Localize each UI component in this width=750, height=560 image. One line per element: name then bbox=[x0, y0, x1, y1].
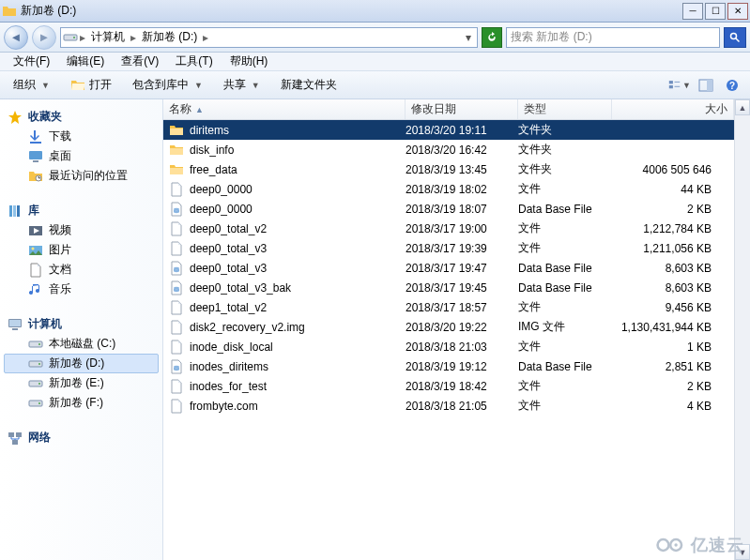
file-date: 2018/3/19 18:42 bbox=[406, 380, 518, 393]
menu-tools[interactable]: 工具(T) bbox=[168, 52, 220, 71]
view-options-button[interactable]: ▼ bbox=[667, 75, 692, 96]
sidebar-item-videos[interactable]: 视频 bbox=[4, 220, 159, 240]
svg-point-23 bbox=[32, 247, 35, 250]
forward-button[interactable]: ► bbox=[32, 25, 56, 50]
vertical-scrollbar-track[interactable]: ▼ bbox=[734, 120, 750, 560]
sidebar-item-desktop[interactable]: 桌面 bbox=[4, 146, 159, 166]
table-row[interactable]: deep0_total_v32018/3/17 19:47Data Base F… bbox=[163, 258, 734, 278]
file-size: 4006 505 646 bbox=[612, 163, 734, 176]
table-row[interactable]: diritems2018/3/20 19:11文件夹 bbox=[163, 120, 734, 140]
file-name: deep0_total_v3 bbox=[190, 262, 267, 275]
help-button[interactable]: ? bbox=[720, 75, 744, 96]
column-date[interactable]: 修改日期 bbox=[406, 99, 518, 119]
organize-button[interactable]: 组织▼ bbox=[6, 74, 57, 96]
search-input[interactable]: 搜索 新加卷 (D:) bbox=[506, 27, 720, 48]
network-group[interactable]: 网络 bbox=[4, 428, 159, 447]
file-type: 文件 bbox=[518, 339, 612, 355]
table-row[interactable]: deep0_total_v22018/3/17 19:00文件1,212,784… bbox=[163, 219, 734, 238]
preview-pane-button[interactable] bbox=[694, 75, 718, 96]
chevron-right-icon[interactable]: ▸ bbox=[78, 31, 87, 44]
address-dropdown[interactable]: ▾ bbox=[462, 31, 475, 44]
table-row[interactable]: deep0_total_v32018/3/17 19:39文件1,211,056… bbox=[163, 238, 734, 258]
file-name: deep1_total_v2 bbox=[190, 301, 267, 314]
table-row[interactable]: deep0_total_v3_bak2018/3/17 19:45Data Ba… bbox=[163, 278, 734, 297]
close-button[interactable]: ✕ bbox=[727, 3, 748, 20]
breadcrumb-drive[interactable]: 新加卷 (D:) bbox=[138, 29, 201, 45]
svg-marker-12 bbox=[8, 111, 22, 124]
include-library-button[interactable]: 包含到库中▼ bbox=[125, 74, 210, 96]
scroll-up-button[interactable]: ▲ bbox=[735, 99, 750, 115]
table-row[interactable]: free_data2018/3/19 13:45文件夹4006 505 646 bbox=[163, 159, 734, 179]
sidebar-item-newvol-f[interactable]: 新加卷 (F:) bbox=[4, 393, 159, 413]
svg-point-30 bbox=[38, 363, 40, 365]
menu-view[interactable]: 查看(V) bbox=[114, 52, 166, 71]
table-row[interactable]: inodes_for_test2018/3/19 18:42文件2 KB bbox=[163, 376, 734, 396]
minimize-button[interactable]: ─ bbox=[682, 3, 703, 20]
file-name: inodes_for_test bbox=[190, 380, 267, 393]
file-type: 文件 bbox=[518, 398, 612, 414]
folder-icon bbox=[2, 4, 17, 19]
file-size: 4 KB bbox=[612, 400, 734, 413]
address-bar[interactable]: ▸ 计算机 ▸ 新加卷 (D:) ▸ ▾ bbox=[60, 27, 478, 48]
table-row[interactable]: disk_info2018/3/20 16:42文件夹 bbox=[163, 140, 734, 159]
file-size: 8,603 KB bbox=[612, 262, 734, 275]
search-button[interactable] bbox=[724, 27, 746, 48]
svg-rect-7 bbox=[675, 85, 681, 86]
file-date: 2018/3/17 19:45 bbox=[406, 281, 518, 295]
file-type: 文件 bbox=[518, 240, 612, 256]
table-row[interactable]: inodes_diritems2018/3/19 19:12Data Base … bbox=[163, 356, 734, 376]
open-button[interactable]: 打开 bbox=[63, 74, 119, 96]
file-name: inode_disk_local bbox=[190, 341, 273, 354]
table-row[interactable]: frombyte.com2018/3/18 21:05文件4 KB bbox=[163, 396, 734, 416]
computer-group[interactable]: 计算机 bbox=[4, 314, 159, 334]
svg-rect-17 bbox=[9, 205, 12, 217]
table-row[interactable]: deep0_00002018/3/19 18:02文件44 KB bbox=[163, 179, 734, 199]
new-folder-button[interactable]: 新建文件夹 bbox=[273, 74, 344, 96]
chevron-right-icon[interactable]: ▸ bbox=[201, 31, 210, 44]
sidebar-item-pictures[interactable]: 图片 bbox=[4, 240, 159, 260]
svg-line-3 bbox=[736, 38, 740, 41]
file-type: 文件 bbox=[518, 378, 612, 394]
file-list-body[interactable]: diritems2018/3/20 19:11文件夹disk_info2018/… bbox=[163, 120, 734, 560]
column-size[interactable]: 大小 bbox=[612, 99, 734, 119]
table-row[interactable]: disk2_recovery_v2.img2018/3/20 19:22IMG … bbox=[163, 317, 734, 337]
file-name: deep0_0000 bbox=[190, 203, 253, 216]
refresh-button[interactable] bbox=[482, 27, 502, 48]
sidebar-item-newvol-e[interactable]: 新加卷 (E:) bbox=[4, 373, 159, 393]
recent-icon bbox=[28, 169, 43, 184]
file-date: 2018/3/17 19:47 bbox=[406, 262, 518, 275]
svg-point-41 bbox=[174, 365, 179, 367]
sidebar-item-music[interactable]: 音乐 bbox=[4, 280, 159, 299]
search-placeholder: 搜索 新加卷 (D:) bbox=[511, 29, 592, 45]
file-type: 文件 bbox=[518, 220, 612, 236]
drive-icon bbox=[28, 337, 43, 352]
sidebar-item-downloads[interactable]: 下载 bbox=[4, 127, 159, 146]
menu-help[interactable]: 帮助(H) bbox=[222, 52, 276, 71]
menu-file[interactable]: 文件(F) bbox=[6, 52, 57, 71]
column-name[interactable]: 名称▲ bbox=[163, 99, 406, 119]
sidebar-item-recent[interactable]: 最近访问的位置 bbox=[4, 166, 159, 186]
svg-rect-5 bbox=[669, 85, 673, 88]
table-row[interactable]: inode_disk_local2018/3/18 21:03文件1 KB bbox=[163, 337, 734, 356]
share-button[interactable]: 共享▼ bbox=[216, 74, 268, 96]
menu-edit[interactable]: 编辑(E) bbox=[59, 52, 112, 71]
breadcrumb-computer[interactable]: 计算机 bbox=[87, 29, 129, 45]
libraries-group[interactable]: 库 bbox=[4, 201, 159, 220]
chevron-right-icon[interactable]: ▸ bbox=[129, 31, 138, 44]
scroll-down-button[interactable]: ▼ bbox=[735, 544, 750, 560]
column-type[interactable]: 类型 bbox=[518, 99, 612, 119]
navigation-pane: 收藏夹 下载 桌面 最近访问的位置 库 视频 图片 文档 音乐 计算机 本地磁盘… bbox=[0, 99, 163, 560]
drive-icon bbox=[28, 356, 43, 371]
sidebar-item-localdisk-c[interactable]: 本地磁盘 (C:) bbox=[4, 334, 159, 354]
favorites-group[interactable]: 收藏夹 bbox=[4, 107, 159, 127]
table-row[interactable]: deep0_00002018/3/19 18:07Data Base File2… bbox=[163, 199, 734, 219]
downloads-icon bbox=[28, 129, 43, 144]
table-row[interactable]: deep1_total_v22018/3/17 18:57文件9,456 KB bbox=[163, 297, 734, 317]
library-icon bbox=[8, 204, 23, 219]
sidebar-item-newvol-d[interactable]: 新加卷 (D:) bbox=[4, 354, 159, 373]
back-button[interactable]: ◄ bbox=[4, 25, 28, 50]
maximize-button[interactable]: ☐ bbox=[705, 3, 726, 20]
vertical-scrollbar[interactable]: ▲ bbox=[734, 99, 750, 120]
file-size: 2,851 KB bbox=[612, 360, 734, 373]
sidebar-item-documents[interactable]: 文档 bbox=[4, 260, 159, 280]
